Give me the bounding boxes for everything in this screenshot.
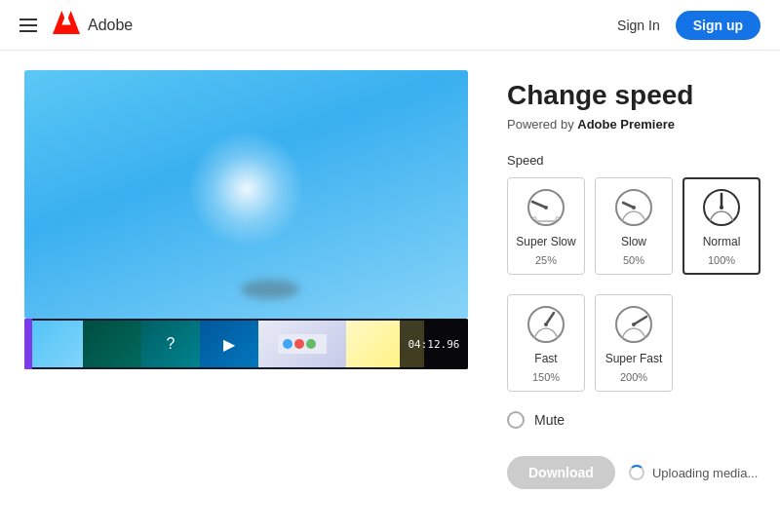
main-content: ? ▶ 04:12.96 Change speed Powered by Ado… — [0, 51, 780, 532]
thumbnail-4: ▶ — [200, 321, 258, 367]
speed-option-slow[interactable]: Slow 50% — [595, 177, 673, 275]
uploading-text: Uploading media... — [652, 466, 758, 480]
right-panel: Change speed Powered by Adobe Premiere S… — [478, 51, 780, 532]
video-shadow — [241, 280, 299, 299]
thumbnail-2 — [83, 321, 141, 367]
header-right: Sign In Sign up — [617, 11, 760, 40]
video-preview — [24, 70, 468, 319]
header-left: Adobe — [20, 11, 133, 40]
uploading-status: Uploading media... — [629, 465, 758, 480]
thumbnail-3: ? — [141, 321, 200, 367]
timecode-badge: 04:12.96 — [400, 319, 468, 369]
normal-label: Normal — [703, 235, 741, 248]
svg-point-4 — [283, 339, 292, 349]
sign-in-button[interactable]: Sign In — [617, 18, 660, 33]
svg-point-6 — [306, 339, 316, 349]
speed-option-normal[interactable]: Normal 100% — [682, 177, 760, 275]
download-row: Download Uploading media... — [507, 456, 760, 489]
svg-point-13 — [632, 206, 636, 209]
video-glow — [188, 131, 305, 247]
super-slow-label: Super Slow — [516, 235, 575, 248]
timeline-strip[interactable]: ? ▶ 04:12.96 — [24, 319, 468, 369]
normal-pct: 100% — [708, 254, 735, 266]
speed-options-row1: Super Slow 25% Slow 50% — [507, 177, 760, 275]
video-panel: ? ▶ 04:12.96 — [0, 51, 478, 532]
app-header: Adobe Sign In Sign up — [0, 0, 780, 51]
slow-label: Slow — [621, 235, 646, 248]
timeline-playhead — [24, 319, 32, 369]
speed-option-fast[interactable]: Fast 150% — [507, 294, 585, 392]
adobe-logo-icon — [53, 11, 80, 40]
panel-title: Change speed — [507, 80, 760, 111]
mute-radio[interactable] — [507, 411, 525, 429]
product-name: Adobe Premiere — [577, 117, 675, 132]
super-fast-label: Super Fast — [605, 352, 663, 365]
super-slow-pct: 25% — [535, 254, 557, 266]
fast-pct: 150% — [532, 371, 560, 383]
mute-row: Mute — [507, 411, 760, 429]
powered-by-text: Powered by Adobe Premiere — [507, 117, 760, 132]
thumbnail-1 — [24, 321, 83, 367]
speed-section-label: Speed — [507, 153, 760, 168]
svg-line-8 — [532, 202, 546, 208]
speed-options-row2: Fast 150% Super Fast 200% — [507, 294, 760, 392]
fast-label: Fast — [534, 352, 557, 365]
speed-option-super-slow[interactable]: Super Slow 25% — [507, 177, 585, 275]
super-fast-pct: 200% — [620, 371, 647, 383]
svg-point-9 — [544, 206, 548, 209]
uploading-spinner — [629, 465, 644, 480]
sign-up-button[interactable]: Sign up — [676, 11, 760, 40]
svg-point-19 — [544, 323, 548, 326]
slow-pct: 50% — [623, 254, 644, 266]
svg-point-22 — [632, 323, 636, 326]
svg-point-5 — [294, 339, 304, 349]
svg-line-18 — [546, 313, 554, 324]
menu-icon[interactable] — [20, 19, 37, 32]
svg-line-21 — [634, 317, 646, 324]
thumbnail-5 — [258, 321, 346, 367]
adobe-logo: Adobe — [53, 11, 133, 40]
download-button[interactable]: Download — [507, 456, 615, 489]
svg-point-16 — [720, 206, 723, 209]
mute-label: Mute — [534, 412, 565, 428]
speed-option-super-fast[interactable]: Super Fast 200% — [595, 294, 673, 392]
adobe-wordmark: Adobe — [88, 17, 133, 34]
